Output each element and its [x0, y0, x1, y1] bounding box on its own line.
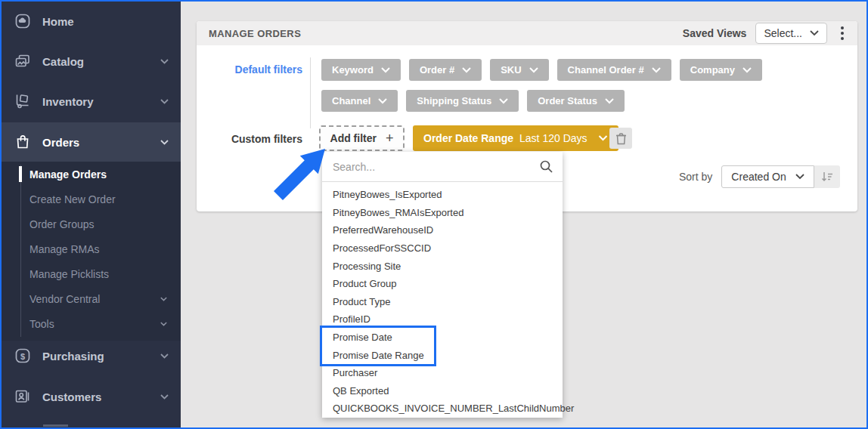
dropdown-item-promise-date[interactable]: Promise Date [322, 329, 563, 347]
sort-by-label: Sort by [679, 171, 712, 183]
orders-bag-icon [14, 133, 32, 151]
chevron-down-icon [160, 140, 169, 145]
sidebar-item-catalog[interactable]: Catalog [2, 46, 181, 76]
active-filter-name: Order Date Range [423, 132, 513, 144]
filters-divider [310, 57, 311, 128]
filter-button-order-status[interactable]: Order Status [527, 90, 625, 112]
active-filter-order-date-range[interactable]: Order Date Range Last 120 Days [413, 125, 618, 151]
dropdown-item[interactable]: Product Group [322, 275, 563, 293]
filter-button-company[interactable]: Company [680, 59, 762, 81]
dropdown-item[interactable]: PreferredWarehouseID [322, 221, 563, 239]
chevron-down-icon [160, 353, 169, 359]
chevron-down-icon [795, 174, 804, 180]
catalog-icon [14, 52, 32, 70]
active-indicator-bar [19, 166, 22, 182]
dropdown-list: PitneyBowes_IsExported PitneyBowes_RMAIs… [322, 186, 563, 418]
filter-button-channel-order-number[interactable]: Channel Order # [557, 59, 671, 81]
sidebar-item-customers[interactable]: Customers [2, 381, 181, 412]
filter-button-label: Keyword [332, 64, 374, 76]
chevron-down-icon [381, 67, 390, 73]
submenu-item-label: Create New Order [29, 193, 116, 205]
submenu-item-create-new-order[interactable]: Create New Order [2, 187, 181, 211]
filter-button-order-number[interactable]: Order # [409, 59, 482, 81]
sidebar-item-label: Orders [42, 136, 79, 149]
trash-icon [615, 132, 627, 145]
chevron-down-icon [499, 98, 508, 104]
submenu-item-label: Vendor Central [29, 293, 100, 305]
filter-button-sku[interactable]: SKU [490, 59, 548, 81]
search-input[interactable] [322, 152, 563, 181]
delete-filter-button[interactable] [609, 128, 632, 149]
submenu-item-label: Manage Orders [29, 168, 107, 181]
chevron-down-icon [378, 98, 387, 104]
sidebar-item-inventory[interactable]: Inventory [2, 86, 181, 116]
sidebar-item-label: Home [42, 15, 74, 28]
chevron-down-icon [160, 394, 169, 400]
filter-button-label: SKU [501, 64, 521, 76]
saved-views-select[interactable]: Select... [755, 23, 827, 44]
sort-direction-button[interactable] [814, 165, 840, 188]
custom-filters-label: Custom filters [221, 133, 302, 145]
dropdown-item[interactable]: Processing Site [322, 257, 563, 275]
filter-button-label: Order Status [538, 95, 597, 106]
inventory-icon [14, 92, 32, 110]
sidebar-item-orders[interactable]: Orders [2, 127, 181, 157]
dropdown-item[interactable]: PitneyBowes_RMAIsExported [322, 204, 563, 222]
saved-views-value: Select... [764, 27, 802, 39]
filter-button-label: Channel [332, 95, 370, 106]
purchasing-dollar-icon: $ [14, 347, 32, 365]
filter-button-label: Channel Order # [568, 64, 644, 76]
filter-button-label: Order # [420, 64, 454, 76]
orders-submenu: Manage Orders Create New Order Order Gro… [2, 162, 181, 341]
filter-button-shipping-status[interactable]: Shipping Status [406, 90, 519, 112]
add-filter-dropdown: PitneyBowes_IsExported PitneyBowes_RMAIs… [322, 152, 563, 418]
chevron-down-icon [160, 59, 169, 64]
add-filter-button[interactable]: Add filter + [319, 125, 405, 151]
submenu-item-manage-rmas[interactable]: Manage RMAs [2, 236, 181, 261]
dropdown-item[interactable]: ProfileID [322, 310, 563, 329]
dropdown-item[interactable]: PitneyBowes_IsExported [322, 186, 563, 204]
filter-button-keyword[interactable]: Keyword [321, 59, 401, 81]
active-filter-value: Last 120 Days [519, 132, 587, 144]
default-filters-label: Default filters [221, 63, 302, 76]
chevron-down-icon [160, 99, 169, 104]
submenu-item-order-groups[interactable]: Order Groups [2, 211, 181, 236]
submenu-item-manage-orders[interactable]: Manage Orders [2, 162, 181, 187]
dropdown-item[interactable]: QUICKBOOKS_INVOICE_NUMBER_LastChildNumbe… [322, 400, 563, 418]
page-title: MANAGE ORDERS [209, 28, 301, 39]
saved-views-label: Saved Views [683, 27, 747, 39]
sidebar-item-label: Purchasing [42, 350, 104, 363]
filter-button-label: Company [690, 64, 735, 76]
filter-button-channel[interactable]: Channel [321, 90, 398, 112]
dropdown-item-promise-date-range[interactable]: Promise Date Range [322, 346, 563, 364]
dropdown-item[interactable]: Purchaser [322, 364, 563, 382]
chevron-down-icon [652, 67, 661, 73]
search-icon [539, 159, 553, 174]
dropdown-search-row [322, 152, 563, 182]
submenu-item-vendor-central[interactable]: Vendor Central [2, 286, 181, 311]
submenu-item-manage-picklists[interactable]: Manage Picklists [2, 261, 181, 286]
more-options-kebab-icon[interactable] [836, 23, 848, 43]
svg-text:$: $ [20, 352, 25, 361]
sidebar-item-label: Inventory [42, 95, 94, 108]
home-cloud-icon [14, 12, 32, 30]
dropdown-item[interactable]: QB Exported [322, 382, 563, 400]
dropdown-item[interactable]: Product Type [322, 293, 563, 311]
submenu-item-tools[interactable]: Tools [2, 311, 181, 336]
chevron-down-icon [529, 67, 538, 73]
dropdown-item[interactable]: ProcessedForSSCCID [322, 239, 563, 258]
sort-field-value: Created On [731, 171, 786, 183]
chevron-down-icon [810, 30, 819, 36]
submenu-item-label: Manage Picklists [29, 268, 109, 280]
filter-button-label: Shipping Status [417, 95, 491, 106]
submenu-item-label: Tools [29, 318, 54, 330]
sidebar-item-home[interactable]: Home [2, 6, 181, 36]
sort-descending-icon [821, 171, 833, 182]
sidebar-item-label: Customers [42, 390, 101, 403]
sort-field-select[interactable]: Created On [721, 165, 814, 188]
sidebar-item-purchasing[interactable]: $ Purchasing [2, 341, 181, 371]
app-window: Home Catalog Inventory [0, 0, 868, 429]
submenu-item-label: Order Groups [29, 218, 95, 230]
submenu-item-label: Manage RMAs [29, 243, 100, 255]
sidebar: Home Catalog Inventory [2, 2, 181, 427]
